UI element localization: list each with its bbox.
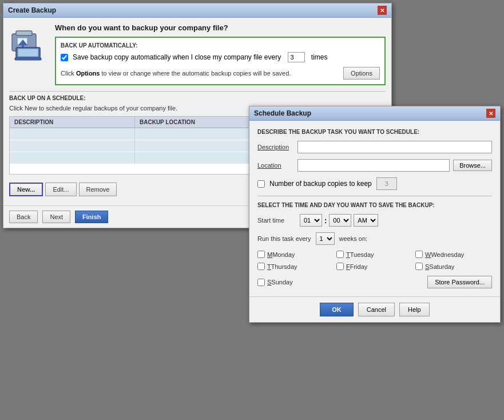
browse-button[interactable]: Browse...	[453, 160, 492, 171]
svg-rect-6	[18, 49, 38, 57]
schedule-backup-title: Schedule Backup	[254, 109, 311, 117]
create-backup-title: Create Backup	[8, 6, 56, 14]
days-grid: MMonday TTuesday WWednesday TThursday FF…	[257, 251, 492, 270]
cancel-button[interactable]: Cancel	[358, 303, 395, 316]
describe-section-label: DESCRIBE THE BACKUP TASK YOU WANT TO SCH…	[257, 129, 492, 135]
next-button[interactable]: Next	[42, 211, 70, 223]
description-label-text: Description	[257, 144, 289, 150]
help-button[interactable]: Help	[399, 303, 430, 316]
backup-copies-checkbox[interactable]	[257, 180, 265, 188]
options-link-text: Options	[76, 70, 100, 77]
ampm-select[interactable]: AM PM	[354, 214, 378, 227]
tuesday-row: TTuesday	[336, 251, 413, 258]
create-backup-close-button[interactable]: ✕	[378, 6, 387, 15]
minute-select[interactable]: 00 15 30 45	[329, 214, 351, 227]
ok-button[interactable]: OK	[320, 303, 354, 316]
backup-copies-label: Number of backup copies to keep	[269, 180, 372, 188]
thursday-label: TThursday	[267, 263, 297, 270]
thursday-row: TThursday	[257, 263, 334, 270]
weeks-select[interactable]: 1 2 3 4	[316, 232, 335, 245]
col-location: BACKUP LOCATION	[135, 117, 260, 128]
cell	[10, 140, 135, 152]
cell	[135, 128, 260, 140]
col-description: DESCRIPTION	[10, 117, 135, 128]
auto-backup-section: BACK UP AUTOMATICALLY: Save backup copy …	[55, 37, 386, 85]
dialog-header: When do you want to backup your company …	[9, 23, 386, 85]
friday-label: FFriday	[346, 263, 367, 270]
location-row: Location Browse...	[257, 159, 492, 172]
auto-backup-checkbox-text: Save backup copy automatically when I cl…	[73, 53, 281, 61]
monday-row: MMonday	[257, 251, 334, 258]
description-row: Description	[257, 141, 492, 153]
cell	[10, 152, 135, 164]
location-input[interactable]	[297, 159, 450, 172]
description-label: Description	[257, 144, 297, 150]
divider	[257, 196, 492, 196]
auto-backup-checkbox[interactable]	[61, 54, 68, 61]
saturday-checkbox[interactable]	[415, 263, 423, 270]
backup-copies-row: Number of backup copies to keep	[257, 177, 492, 190]
svg-rect-7	[15, 58, 41, 60]
location-label: Location	[257, 162, 297, 169]
finish-button[interactable]: Finish	[75, 211, 108, 223]
right-content: When do you want to backup your company …	[55, 23, 386, 85]
location-label-text: Location	[257, 162, 281, 169]
run-task-row: Run this task every 1 2 3 4 weeks on:	[257, 232, 492, 245]
tuesday-label: TTuesday	[346, 251, 374, 258]
backup-icon	[9, 23, 49, 64]
auto-backup-checkbox-row: Save backup copy automatically when I cl…	[61, 52, 380, 62]
schedule-backup-dialog: Schedule Backup ✕ DESCRIBE THE BACKUP TA…	[249, 106, 501, 323]
thursday-checkbox[interactable]	[257, 263, 265, 270]
start-time-row: Start time 01 02 03 04 05 06 07 08 09 10…	[257, 214, 492, 227]
start-time-label: Start time	[257, 217, 297, 224]
time-colon: :	[324, 216, 327, 225]
friday-row: FFriday	[336, 263, 413, 270]
main-question: When do you want to backup your company …	[55, 23, 386, 32]
saturday-label: SSaturday	[425, 263, 454, 270]
monday-checkbox[interactable]	[257, 251, 265, 258]
edit-button[interactable]: Edit...	[45, 183, 76, 196]
hour-select[interactable]: 01 02 03 04 05 06 07 08 09 10 11 12	[300, 214, 322, 227]
cell	[10, 128, 135, 140]
sunday-checkbox[interactable]	[257, 279, 265, 286]
options-button[interactable]: Options	[343, 67, 380, 80]
times-label: times	[311, 53, 328, 61]
cell	[135, 152, 260, 164]
auto-backup-label: BACK UP AUTOMATICALLY:	[61, 42, 380, 49]
schedule-backup-titlebar: Schedule Backup ✕	[249, 106, 500, 121]
options-row: Click Options to view or change where th…	[61, 67, 380, 80]
bottom-row: SSunday Store Password...	[257, 276, 492, 288]
wednesday-row: WWednesday	[415, 251, 492, 258]
store-password-button[interactable]: Store Password...	[427, 276, 492, 288]
weeks-label: weeks on:	[339, 235, 368, 242]
schedule-backup-body: DESCRIBE THE BACKUP TASK YOU WANT TO SCH…	[249, 121, 500, 296]
copies-input[interactable]	[376, 177, 397, 190]
sunday-label: SSunday	[267, 279, 293, 286]
time-section-title: SELECT THE TIME AND DAY YOU WANT TO SAVE…	[257, 202, 492, 208]
schedule-backup-close-button[interactable]: ✕	[486, 109, 495, 118]
tuesday-checkbox[interactable]	[336, 251, 344, 258]
schedule-footer: OK Cancel Help	[249, 296, 500, 322]
options-description: Click Options to view or change where th…	[61, 70, 343, 77]
friday-checkbox[interactable]	[336, 263, 344, 270]
new-button[interactable]: New...	[9, 183, 43, 196]
create-backup-titlebar: Create Backup ✕	[3, 3, 391, 18]
sunday-row: SSunday	[257, 279, 293, 286]
svg-rect-1	[16, 31, 32, 35]
cell	[135, 140, 260, 152]
back-button[interactable]: Back	[9, 211, 38, 223]
description-input[interactable]	[297, 141, 492, 153]
run-task-label: Run this task every	[257, 235, 311, 242]
remove-button[interactable]: Remove	[79, 183, 117, 196]
wednesday-label: WWednesday	[425, 251, 464, 258]
wednesday-checkbox[interactable]	[415, 251, 423, 258]
monday-label: MMonday	[267, 251, 295, 258]
schedule-section-label: BACK UP ON A SCHEDULE:	[9, 91, 386, 101]
saturday-row: SSaturday	[415, 263, 492, 270]
backup-frequency-input[interactable]	[288, 52, 305, 62]
